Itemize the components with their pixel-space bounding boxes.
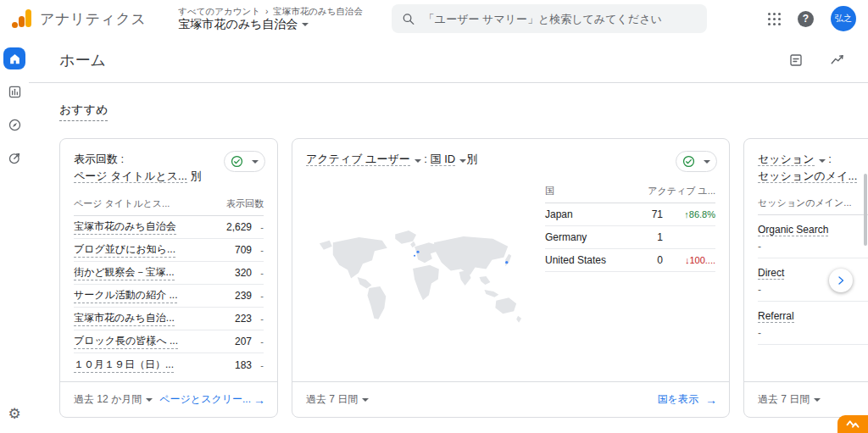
settings-gear-icon[interactable]: ⚙ [8, 405, 20, 423]
world-map [306, 179, 537, 381]
breadcrumb-all-accounts: すべてのアカウント [178, 6, 260, 16]
table-row: 街かど観察会－宝塚... 320 - [74, 262, 264, 285]
row-label[interactable]: ブログ並びにお知ら... [74, 242, 175, 258]
data-quality-selector[interactable] [676, 151, 717, 172]
row-change: - [252, 245, 264, 255]
search-input[interactable] [424, 13, 697, 25]
analytics-logo-icon [12, 8, 32, 29]
chevron-down-icon [814, 398, 821, 402]
row-label: Japan [545, 208, 573, 220]
sidebar-item-home[interactable] [3, 47, 25, 69]
row-label[interactable]: Organic Search [758, 224, 828, 236]
row-value: 320 [235, 267, 252, 279]
row-value: 71 [652, 208, 663, 220]
sidebar-item-reports[interactable] [3, 80, 25, 103]
breadcrumb-account: 宝塚市花のみち自治会 [273, 6, 363, 16]
help-question-mark: ? [803, 13, 809, 25]
main-area: ホーム おすすめ 表示回数 : ページ タイトルとス [29, 37, 868, 433]
row-label[interactable]: ブロック長の皆様へ ... [74, 334, 178, 349]
dimension-selector[interactable]: ページ タイトルとス... [74, 169, 187, 183]
chevrons-up-icon [844, 419, 861, 430]
metric-selector[interactable]: セッション [758, 153, 815, 166]
check-circle-icon [231, 155, 243, 168]
sidebar-item-explore[interactable] [3, 114, 25, 136]
insights-icon[interactable] [829, 53, 846, 68]
row-change: - [252, 314, 264, 324]
col-metric: 表示回数 [226, 197, 264, 210]
table-row: Japan 71 ↑86.8% [545, 203, 715, 226]
arrow-right-icon[interactable]: → [705, 393, 717, 407]
row-value: 239 [235, 290, 252, 302]
views-card-title: 表示回数 : ページ タイトルとス... 別 [74, 151, 202, 185]
row-delta: ↓100.... [663, 255, 715, 265]
period-selector[interactable]: 過去 12 か月間 [74, 392, 153, 407]
table-row: 宝塚市花のみち自治... 223 - [74, 308, 264, 330]
apps-grid-icon[interactable] [768, 13, 781, 25]
notes-icon[interactable] [788, 53, 804, 68]
page-title: ホーム [59, 50, 106, 70]
row-label[interactable]: サークル活動の紹介 ... [74, 288, 177, 303]
cards-carousel: 表示回数 : ページ タイトルとス... 別 [59, 138, 868, 418]
metric-selector[interactable]: アクティブ ユーザー [306, 153, 410, 166]
feedback-button[interactable] [837, 415, 868, 433]
page-header-actions [788, 53, 846, 68]
row-change: - [252, 336, 264, 347]
period-selector[interactable]: 過去 7 日間 [758, 392, 821, 407]
table-header: 国 アクティブ ユ... [545, 179, 715, 203]
app-title: アナリティクス [40, 9, 146, 29]
help-icon[interactable]: ? [798, 11, 814, 27]
app-header: アナリティクス すべてのアカウント › 宝塚市花のみち自治会 宝塚市花のみち自治… [0, 0, 868, 37]
period-selector[interactable]: 過去 7 日間 [306, 392, 369, 407]
col-dimension: ページ タイトルとス... [74, 197, 170, 210]
world-map-graphic [308, 191, 535, 370]
dimension-selector[interactable]: 国 ID [431, 153, 456, 166]
arrow-right-icon[interactable]: → [253, 393, 265, 407]
row-label[interactable]: Referral [758, 310, 794, 323]
chevron-down-icon [302, 23, 309, 26]
card-link[interactable]: ページとスクリー... [159, 392, 251, 407]
views-table: ページ タイトルとス... 表示回数 宝塚市花のみち自治会 2,629 - ブロ… [60, 192, 277, 381]
explore-icon [8, 118, 22, 132]
countries-table: 国 アクティブ ユ... Japan 71 ↑86.8% Germany 1 [537, 179, 715, 381]
row-value: 709 [235, 244, 252, 256]
scrollbar-thumb[interactable] [864, 174, 867, 246]
active-users-card: アクティブ ユーザー : 国 ID別 [292, 138, 730, 418]
row-change: - [252, 360, 264, 370]
home-icon [8, 53, 21, 65]
sidebar-item-advertising[interactable] [3, 147, 25, 169]
search-icon [402, 12, 415, 26]
table-row: ブログ並びにお知ら... 709 - [74, 239, 264, 262]
avatar-label: 弘之 [835, 13, 852, 25]
views-card: 表示回数 : ページ タイトルとス... 別 [59, 138, 278, 418]
row-label[interactable]: Direct [758, 267, 784, 280]
sidebar: ⚙ [0, 37, 29, 433]
breadcrumb-chevron-icon: › [265, 6, 269, 16]
metric-label: 表示回数 : [74, 153, 124, 165]
card-link[interactable]: 国を表示 [658, 392, 698, 407]
avatar[interactable]: 弘之 [831, 6, 856, 31]
row-value: - [758, 241, 868, 253]
table-row: Organic Search - [758, 215, 868, 258]
dimension-selector[interactable]: セッションのメイ... [758, 169, 857, 183]
chevron-right-icon [836, 275, 846, 286]
chevron-down-icon [415, 159, 421, 163]
row-label[interactable]: 街かど観察会－宝塚... [74, 265, 175, 280]
row-label[interactable]: 宝塚市花のみち自治... [74, 311, 175, 326]
active-users-card-footer: 過去 7 日間 国を表示 → [292, 381, 729, 417]
account-selector[interactable]: 宝塚市花のみち自治会 [178, 17, 363, 32]
data-quality-selector[interactable] [224, 151, 265, 172]
carousel-next-button[interactable] [829, 269, 853, 292]
active-users-card-title: アクティブ ユーザー : 国 ID別 [306, 151, 477, 168]
reports-icon [8, 85, 22, 99]
chevron-down-icon [819, 159, 826, 163]
row-value: 1 [657, 231, 663, 243]
sessions-card-title: セッション : セッションのメイ... [758, 151, 857, 185]
row-label[interactable]: 宝塚市花のみち自治会 [74, 219, 176, 235]
row-label: United States [545, 254, 606, 266]
views-card-footer: 過去 12 か月間 ページとスクリー... → [60, 381, 277, 417]
search-bar[interactable] [392, 4, 707, 33]
table-row: Germany 1 [545, 226, 715, 249]
row-label[interactable]: １０月１９日（日）... [74, 358, 174, 373]
by-suffix: 別 [466, 153, 477, 165]
section-title: おすすめ [59, 103, 108, 121]
